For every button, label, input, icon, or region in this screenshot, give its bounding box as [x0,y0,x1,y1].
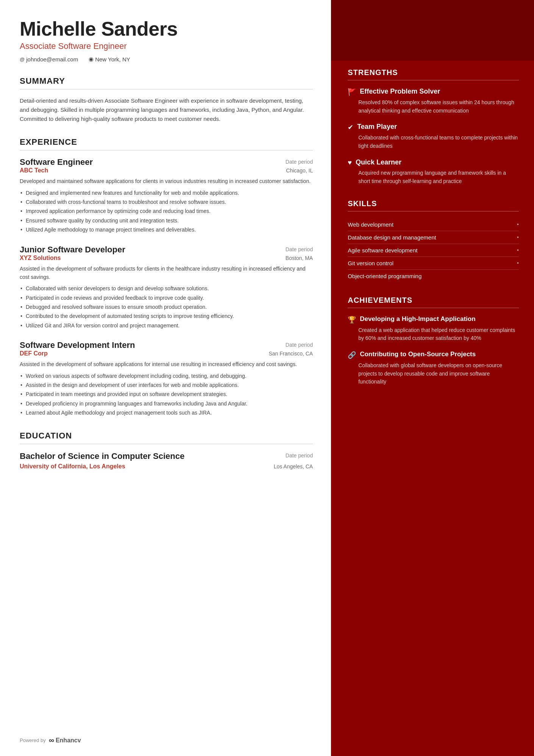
job-2-location: Boston, MA [286,255,313,261]
bullet-item: Collaborated with cross-functional teams… [20,198,313,206]
job-1-header: Software Engineer Date period [20,157,313,167]
strength-2-header: ✔ Team Player [348,122,519,131]
bullet-item: Worked on various aspects of software de… [20,372,313,380]
resume-container: Michelle Sanders Associate Software Engi… [0,0,534,756]
bullet-item: Utilized Agile methodology to manage pro… [20,225,313,234]
job-2-bullets: Collaborated with senior developers to d… [20,284,313,330]
strength-2-desc: Collaborated with cross-functional teams… [348,134,519,150]
achievement-1-desc: Created a web application that helped re… [348,326,519,343]
summary-title: SUMMARY [20,76,313,86]
edu-header: Bachelor of Science in Computer Science … [20,451,313,462]
summary-divider [20,89,313,89]
job-3-company-row: DEF Corp San Francisco, CA [20,350,313,357]
job-3-header: Software Development Intern Date period [20,340,313,350]
bullet-item: Contributed to the development of automa… [20,312,313,320]
strength-3: ♥ Quick Learner Acquired new programming… [348,158,519,186]
edu-date: Date period [286,452,313,459]
job-3-desc: Assisted in the development of software … [20,360,313,368]
job-2-title: Junior Software Developer [20,245,125,255]
education-section: EDUCATION Bachelor of Science in Compute… [20,431,313,470]
strength-1-header: 🚩 Effective Problem Solver [348,87,519,96]
job-3-date: Date period [286,342,313,348]
skill-5: Object-oriented programming [348,270,519,282]
achievements-title: ACHIEVEMENTS [348,296,519,305]
strength-2: ✔ Team Player Collaborated with cross-fu… [348,122,519,150]
education-title: EDUCATION [20,431,313,441]
achievement-1-name: Developing a High-Impact Application [360,315,475,323]
skill-4: Git version control • [348,257,519,270]
strengths-title: STRENGTHS [348,68,519,77]
job-1: Software Engineer Date period ABC Tech C… [20,157,313,234]
achievement-1: 🏆 Developing a High-Impact Application C… [348,315,519,343]
job-1-bullets: Designed and implemented new features an… [20,189,313,234]
education-divider [20,444,313,444]
strength-3-name: Quick Learner [356,158,401,167]
left-column: Michelle Sanders Associate Software Engi… [0,0,331,756]
edu-school-row: University of California, Los Angeles Lo… [20,463,313,470]
experience-section: EXPERIENCE Software Engineer Date period… [20,137,313,417]
bullet-item: Improved application performance by opti… [20,207,313,215]
skill-3-dot: • [517,247,519,253]
job-3-bullets: Worked on various aspects of software de… [20,372,313,417]
job-3: Software Development Intern Date period … [20,340,313,417]
strengths-section: STRENGTHS 🚩 Effective Problem Solver Res… [348,68,519,186]
skill-4-dot: • [517,260,519,266]
job-3-location: San Francisco, CA [269,351,313,357]
summary-text: Detail-oriented and results-driven Assoc… [20,96,313,124]
achievement-1-header: 🏆 Developing a High-Impact Application [348,315,519,324]
achievements-divider [348,308,519,308]
flag-icon: 🚩 [348,88,356,96]
bullet-item: Developed proficiency in programming lan… [20,399,313,408]
job-3-company: DEF Corp [20,350,48,357]
achievement-2-header: 🔗 Contributing to Open-Source Projects [348,350,519,359]
skill-2-name: Database design and management [348,234,436,241]
job-2: Junior Software Developer Date period XY… [20,245,313,330]
edu-degree: Bachelor of Science in Computer Science [20,451,184,462]
candidate-title: Associate Software Engineer [20,41,313,51]
skill-2: Database design and management • [348,231,519,244]
bullet-item: Assisted in the design and development o… [20,381,313,389]
strength-2-name: Team Player [357,122,397,131]
contact-info: @ johndoe@email.com ◉ New York, NY [20,56,313,63]
skills-divider [348,211,519,211]
location-icon: ◉ [89,56,94,63]
header-section: Michelle Sanders Associate Software Engi… [20,18,313,63]
skill-1: Web development • [348,218,519,231]
strength-1-desc: Resolved 80% of complex software issues … [348,99,519,115]
achievement-2: 🔗 Contributing to Open-Source Projects C… [348,350,519,386]
bullet-item: Utilized Git and JIRA for version contro… [20,321,313,330]
job-1-desc: Developed and maintained software applic… [20,177,313,185]
bullet-item: Designed and implemented new features an… [20,189,313,197]
bullet-item: Learned about Agile methodology and proj… [20,409,313,417]
bullet-item: Participated in team meetings and provid… [20,390,313,398]
email-icon: @ [20,56,25,62]
bullet-item: Collaborated with senior developers to d… [20,284,313,293]
bullet-item: Ensured software quality by conducting u… [20,216,313,225]
skill-4-name: Git version control [348,260,393,266]
job-2-company-row: XYZ Solutions Boston, MA [20,255,313,261]
achievement-2-desc: Collaborated with global software develo… [348,362,519,386]
strength-3-header: ♥ Quick Learner [348,158,519,167]
logo-icon: ∞ [49,736,54,745]
strength-3-desc: Acquired new programming language and fr… [348,169,519,185]
skill-1-dot: • [517,221,519,227]
brand-name: Enhancv [56,737,81,744]
powered-by: Powered by ∞ Enhancv [20,736,81,745]
location-contact: ◉ New York, NY [89,56,130,63]
experience-divider [20,150,313,150]
skill-5-name: Object-oriented programming [348,273,422,279]
powered-by-text: Powered by [20,737,46,743]
strengths-divider [348,80,519,80]
link-icon: 🔗 [348,351,356,359]
heart-icon: ♥ [348,159,352,167]
skill-1-name: Web development [348,221,393,228]
email-text: johndoe@email.com [26,56,78,63]
job-1-title: Software Engineer [20,157,93,167]
achievements-section: ACHIEVEMENTS 🏆 Developing a High-Impact … [348,296,519,386]
summary-section: SUMMARY Detail-oriented and results-driv… [20,76,313,124]
edu-school: University of California, Los Angeles [20,463,125,470]
job-3-title: Software Development Intern [20,340,135,350]
check-icon: ✔ [348,123,353,131]
job-2-header: Junior Software Developer Date period [20,245,313,255]
job-1-company: ABC Tech [20,167,48,174]
